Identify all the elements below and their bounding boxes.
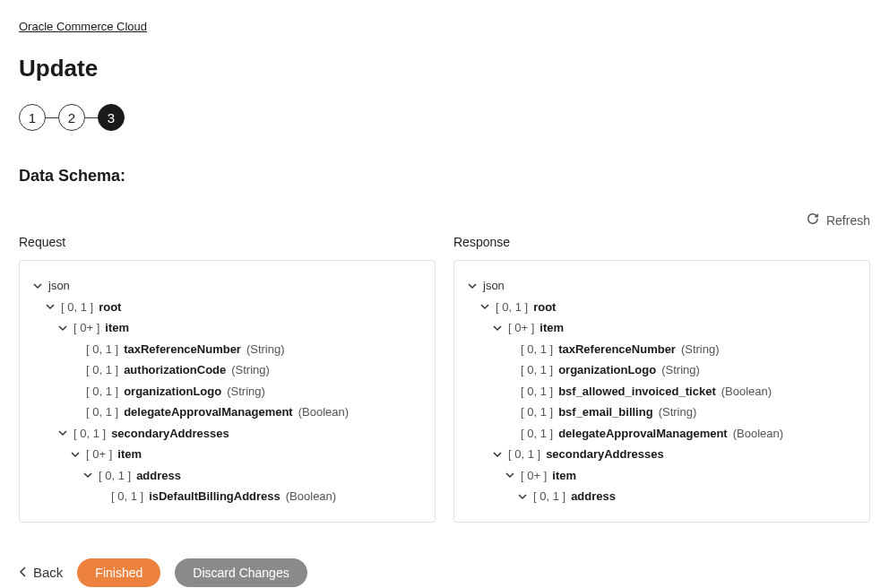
request-header: Request <box>19 235 436 249</box>
tree-spacer <box>70 343 81 354</box>
step-connector <box>85 117 98 118</box>
chevron-down-icon[interactable] <box>517 491 528 502</box>
chevron-down-icon[interactable] <box>492 449 503 460</box>
chevron-down-icon[interactable] <box>70 449 81 460</box>
node-name: address <box>136 467 181 485</box>
step-3[interactable]: 3 <box>98 104 125 131</box>
tree-row[interactable]: [ 0, 1 ] delegateApprovalManagement (Boo… <box>32 402 422 423</box>
chevron-down-icon[interactable] <box>467 281 478 291</box>
cardinality: [ 0, 1 ] <box>521 361 553 379</box>
node-name: authorizationCode <box>124 361 226 379</box>
node-name: root <box>99 298 121 316</box>
cardinality: [ 0, 1 ] <box>86 341 118 359</box>
cardinality: [ 0+ ] <box>508 319 534 337</box>
tree-row[interactable]: [ 0, 1 ] organizationLogo (String) <box>32 381 422 402</box>
node-name: bsf_allowed_invoiced_ticket <box>558 383 716 401</box>
tree-row[interactable]: [ 0, 1 ] taxReferenceNumber (String) <box>32 339 422 360</box>
cardinality: [ 0, 1 ] <box>521 383 553 401</box>
tree-spacer <box>95 491 106 502</box>
chevron-left-icon <box>19 565 28 580</box>
request-schema-box: json [ 0, 1 ] root [ 0+ ] item [ 0, 1 ] … <box>19 260 436 523</box>
cardinality: [ 0, 1 ] <box>521 341 553 359</box>
node-name: address <box>571 488 616 506</box>
tree-row[interactable]: [ 0, 1 ] address <box>467 486 857 507</box>
node-type: (Boolean) <box>298 403 349 421</box>
node-name: item <box>105 319 129 337</box>
tree-row[interactable]: [ 0, 1 ] delegateApprovalManagement (Boo… <box>467 423 857 445</box>
tree-row[interactable]: [ 0, 1 ] address <box>32 465 422 487</box>
cardinality: [ 0, 1 ] <box>86 383 118 401</box>
node-name: taxReferenceNumber <box>558 341 676 359</box>
response-column: Response json [ 0, 1 ] root [ 0+ ] item … <box>453 235 870 523</box>
chevron-down-icon[interactable] <box>45 301 56 312</box>
chevron-down-icon[interactable] <box>479 301 490 312</box>
node-name: secondaryAddresses <box>111 425 229 443</box>
cardinality: [ 0, 1 ] <box>521 403 553 421</box>
cardinality: [ 0, 1 ] <box>99 467 131 485</box>
tree-row[interactable]: [ 0, 1 ] secondaryAddresses <box>467 444 857 465</box>
tree-spacer <box>70 385 81 396</box>
node-type: (String) <box>246 341 285 359</box>
chevron-down-icon[interactable] <box>32 281 43 291</box>
node-name: isDefaultBillingAddress <box>149 488 281 506</box>
tree-row[interactable]: [ 0, 1 ] bsf_allowed_invoiced_ticket (Bo… <box>467 381 857 402</box>
tree-row[interactable]: [ 0, 1 ] root <box>32 297 422 318</box>
tree-row[interactable]: [ 0, 1 ] organizationLogo (String) <box>467 359 857 381</box>
tree-row[interactable]: [ 0, 1 ] authorizationCode (String) <box>32 359 422 381</box>
finished-button[interactable]: Finished <box>77 558 160 587</box>
cardinality: [ 0, 1 ] <box>61 298 93 316</box>
node-type: (Boolean) <box>733 425 783 443</box>
chevron-down-icon[interactable] <box>57 323 68 333</box>
node-type: (Boolean) <box>721 383 772 401</box>
node-type: (String) <box>661 361 700 379</box>
cardinality: [ 0+ ] <box>86 445 112 463</box>
tree-spacer <box>70 365 81 376</box>
tree-row[interactable]: [ 0+ ] item <box>32 317 422 339</box>
tree-spacer <box>505 428 515 438</box>
node-name: item <box>117 445 142 463</box>
chevron-down-icon[interactable] <box>505 470 515 480</box>
step-2[interactable]: 2 <box>58 104 85 131</box>
chevron-down-icon[interactable] <box>82 470 93 480</box>
tree-row[interactable]: [ 0, 1 ] secondaryAddresses <box>32 423 422 445</box>
breadcrumb[interactable]: Oracle Commerce Cloud <box>19 20 147 33</box>
chevron-down-icon[interactable] <box>57 428 68 438</box>
tree-row[interactable]: [ 0+ ] item <box>32 444 422 465</box>
cardinality: [ 0+ ] <box>73 319 99 337</box>
node-type: (String) <box>681 341 720 359</box>
tree-row[interactable]: [ 0, 1 ] taxReferenceNumber (String) <box>467 339 857 360</box>
response-header: Response <box>453 235 870 249</box>
tree-row-json[interactable]: json <box>467 275 857 297</box>
tree-row-json[interactable]: json <box>32 275 422 297</box>
back-button[interactable]: Back <box>19 565 63 580</box>
cardinality: [ 0, 1 ] <box>111 488 143 506</box>
tree-row[interactable]: [ 0, 1 ] root <box>467 297 857 318</box>
tree-spacer <box>505 343 515 354</box>
buttons-row: Back Finished Discard Changes <box>19 558 870 587</box>
cardinality: [ 0, 1 ] <box>533 488 565 506</box>
cardinality: [ 0+ ] <box>521 467 547 485</box>
refresh-button[interactable]: Refresh <box>807 212 870 228</box>
chevron-down-icon[interactable] <box>492 323 503 333</box>
tree-spacer <box>505 407 515 418</box>
request-column: Request json [ 0, 1 ] root [ 0+ ] item [… <box>19 235 436 523</box>
refresh-icon <box>807 212 819 228</box>
tree-row[interactable]: [ 0+ ] item <box>467 317 857 339</box>
cardinality: [ 0, 1 ] <box>496 298 528 316</box>
step-connector <box>46 117 58 118</box>
cardinality: [ 0, 1 ] <box>86 403 118 421</box>
node-type: (String) <box>231 361 270 379</box>
node-name: bsf_email_billing <box>558 403 652 421</box>
back-label: Back <box>33 565 63 580</box>
tree-spacer <box>505 385 515 396</box>
discard-changes-button[interactable]: Discard Changes <box>175 558 306 587</box>
tree-row[interactable]: [ 0+ ] item <box>467 465 857 487</box>
cardinality: [ 0, 1 ] <box>73 425 106 443</box>
step-1[interactable]: 1 <box>19 104 46 131</box>
section-title: Data Schema: <box>19 167 870 186</box>
cardinality: [ 0, 1 ] <box>521 425 553 443</box>
tree-row[interactable]: [ 0, 1 ] bsf_email_billing (String) <box>467 402 857 423</box>
node-name: taxReferenceNumber <box>124 341 241 359</box>
tree-row[interactable]: [ 0, 1 ] isDefaultBillingAddress (Boolea… <box>32 486 422 507</box>
node-name: organizationLogo <box>124 383 221 401</box>
